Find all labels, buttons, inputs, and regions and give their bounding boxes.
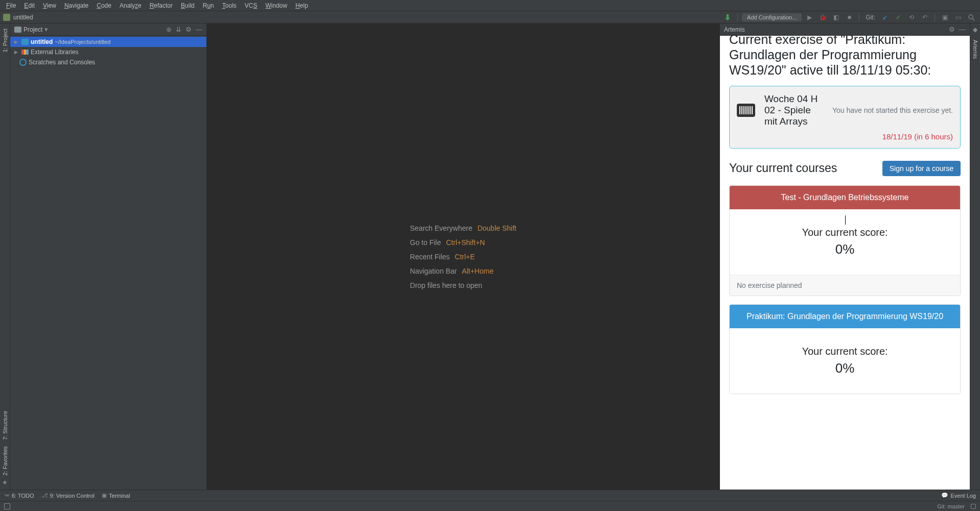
library-icon bbox=[21, 50, 29, 55]
chevron-down-icon[interactable]: ▾ bbox=[44, 26, 48, 33]
project-tool-header: Project ▾ ⊕ ⇊ ⚙ — bbox=[10, 23, 206, 36]
run-icon[interactable]: ▶ bbox=[804, 12, 815, 23]
breadcrumb[interactable]: untitled bbox=[13, 14, 33, 21]
course-card[interactable]: Praktikum: Grundlagen der Programmierung… bbox=[729, 304, 961, 394]
menu-run[interactable]: Run bbox=[199, 1, 218, 10]
menu-build[interactable]: Build bbox=[177, 1, 199, 10]
hide-icon[interactable]: — bbox=[959, 26, 966, 33]
bottom-vcs[interactable]: ⎇ 9: Version Control bbox=[41, 492, 95, 499]
terminal-icon: ▣ bbox=[102, 492, 107, 499]
gear-icon[interactable]: ⚙ bbox=[185, 26, 192, 33]
collapse-icon[interactable]: ⇊ bbox=[176, 26, 181, 33]
bottom-eventlog[interactable]: 💬 Event Log bbox=[941, 492, 976, 499]
exercise-name: Woche 04 H 02 - Spiele mit Arrays bbox=[764, 93, 821, 127]
exercise-card[interactable]: Woche 04 H 02 - Spiele mit Arrays You ha… bbox=[729, 86, 961, 149]
menu-vcs[interactable]: VCS bbox=[241, 1, 262, 10]
menu-tools[interactable]: Tools bbox=[218, 1, 241, 10]
main-content: 1: Project 7: Structure 2: Favorites ★ P… bbox=[0, 23, 980, 490]
welcome-nav-label: Navigation Bar bbox=[410, 267, 457, 275]
tree-root-path: ~/IdeaProjects/untitled bbox=[55, 39, 110, 45]
artemis-body[interactable]: Current exercise of "Praktikum: Grundlag… bbox=[720, 36, 970, 490]
statusbar: Git: master bbox=[0, 501, 980, 511]
menu-view[interactable]: View bbox=[39, 1, 60, 10]
exercise-deadline: 18/11/19 (in 6 hours) bbox=[737, 132, 953, 141]
gear-icon[interactable]: ⚙ bbox=[949, 26, 955, 33]
stripe-favorites[interactable]: 2: Favorites bbox=[1, 443, 9, 478]
stripe-artemis[interactable]: Artemis bbox=[971, 37, 979, 62]
settings-icon[interactable]: ▭ bbox=[952, 12, 964, 23]
tree-external-libs[interactable]: ▶ External Libraries bbox=[10, 47, 206, 57]
course-title: Test - Grundlagen Betriebssysteme bbox=[730, 186, 960, 209]
ide-actions-icon[interactable]: ▣ bbox=[939, 12, 950, 23]
debug-icon[interactable]: 🐞 bbox=[817, 12, 828, 23]
menu-file[interactable]: File bbox=[2, 1, 20, 10]
menu-code[interactable]: Code bbox=[92, 1, 115, 10]
project-tool-window: Project ▾ ⊕ ⇊ ⚙ — ▶ untitled ~/IdeaProje… bbox=[10, 23, 207, 490]
add-configuration-button[interactable]: Add Configuration... bbox=[742, 13, 802, 21]
text-cursor-icon bbox=[845, 215, 846, 225]
courses-label: Your current courses bbox=[729, 161, 837, 175]
editor-area[interactable]: Search Everywhere Double Shift Go to Fil… bbox=[207, 23, 719, 490]
tree-extlib-label: External Libraries bbox=[31, 48, 78, 56]
stop-icon[interactable]: ■ bbox=[844, 12, 855, 23]
tree-root[interactable]: ▶ untitled ~/IdeaProjects/untitled bbox=[10, 37, 206, 47]
menu-help[interactable]: Help bbox=[291, 1, 312, 10]
scratch-icon bbox=[19, 59, 27, 66]
artemis-tool-header: Artemis ⚙ — bbox=[720, 23, 970, 36]
score-label: Your current score: bbox=[740, 227, 950, 238]
star-icon[interactable]: ★ bbox=[1, 478, 9, 486]
exercise-status: You have not started this exercise yet. bbox=[832, 106, 953, 114]
welcome-nav-key: Alt+Home bbox=[462, 267, 494, 275]
git-history-icon[interactable]: ⟲ bbox=[906, 12, 917, 23]
project-tree[interactable]: ▶ untitled ~/IdeaProjects/untitled ▶ Ext… bbox=[10, 36, 206, 490]
project-icon bbox=[3, 14, 10, 21]
list-icon: ≔ bbox=[4, 492, 10, 499]
stripe-project[interactable]: 1: Project bbox=[1, 26, 9, 55]
artemis-tool-window: Artemis ⚙ — Current exercise of "Praktik… bbox=[719, 23, 970, 490]
git-label: Git: bbox=[864, 14, 877, 21]
right-tool-stripe: ◆ Artemis bbox=[970, 23, 980, 490]
menu-edit[interactable]: Edit bbox=[20, 1, 39, 10]
hide-icon[interactable]: — bbox=[196, 26, 202, 33]
git-update-icon[interactable]: ↙ bbox=[879, 12, 891, 23]
menu-navigate[interactable]: Navigate bbox=[60, 1, 92, 10]
project-tool-title[interactable]: Project bbox=[24, 26, 42, 33]
chevron-right-icon[interactable]: ▶ bbox=[14, 50, 19, 55]
svg-point-0 bbox=[969, 15, 973, 19]
menu-refactor[interactable]: Refactor bbox=[146, 1, 177, 10]
artemis-header-text: Current exercise of "Praktikum: Grundlag… bbox=[729, 36, 961, 78]
left-tool-stripe: 1: Project 7: Structure 2: Favorites ★ bbox=[0, 23, 10, 490]
window-icon[interactable] bbox=[4, 503, 10, 509]
bottom-terminal[interactable]: ▣ Terminal bbox=[102, 492, 130, 499]
git-revert-icon[interactable]: ↶ bbox=[919, 12, 930, 23]
chevron-right-icon[interactable]: ▶ bbox=[14, 39, 19, 44]
welcome-search-key: Double Shift bbox=[477, 224, 516, 232]
folder-icon bbox=[14, 27, 21, 33]
score-value: 0% bbox=[740, 241, 950, 257]
signup-button[interactable]: Sign up for a course bbox=[882, 161, 961, 176]
menu-window[interactable]: Window bbox=[261, 1, 291, 10]
stripe-structure[interactable]: 7: Structure bbox=[1, 408, 9, 443]
course-card[interactable]: Test - Grundlagen Betriebssysteme Your c… bbox=[729, 185, 961, 296]
welcome-drop: Drop files here to open bbox=[410, 281, 482, 289]
module-icon bbox=[21, 39, 29, 45]
lock-icon[interactable] bbox=[971, 504, 976, 509]
course-title: Praktikum: Grundlagen der Programmierung… bbox=[730, 305, 960, 328]
welcome-search-label: Search Everywhere bbox=[410, 224, 472, 232]
tree-scratches[interactable]: Scratches and Consoles bbox=[10, 57, 206, 67]
search-icon[interactable] bbox=[966, 12, 977, 23]
coverage-icon[interactable]: ◧ bbox=[830, 12, 842, 23]
build-icon[interactable] bbox=[722, 12, 733, 23]
git-commit-icon[interactable]: ✓ bbox=[893, 12, 904, 23]
welcome-recent-key: Ctrl+E bbox=[455, 253, 475, 261]
course-footer: No exercise planned bbox=[730, 275, 960, 296]
git-branch-label[interactable]: Git: master bbox=[937, 503, 965, 509]
artemis-icon[interactable]: ◆ bbox=[971, 26, 979, 34]
menu-analyze[interactable]: Analyze bbox=[115, 1, 146, 10]
bottom-tool-stripe: ≔ 6: TODO ⎇ 9: Version Control ▣ Termina… bbox=[0, 490, 980, 501]
svg-line-1 bbox=[972, 18, 974, 20]
target-icon[interactable]: ⊕ bbox=[166, 26, 172, 33]
score-value: 0% bbox=[740, 360, 950, 376]
artemis-tool-title: Artemis bbox=[724, 26, 745, 33]
bottom-todo[interactable]: ≔ 6: TODO bbox=[4, 492, 34, 499]
